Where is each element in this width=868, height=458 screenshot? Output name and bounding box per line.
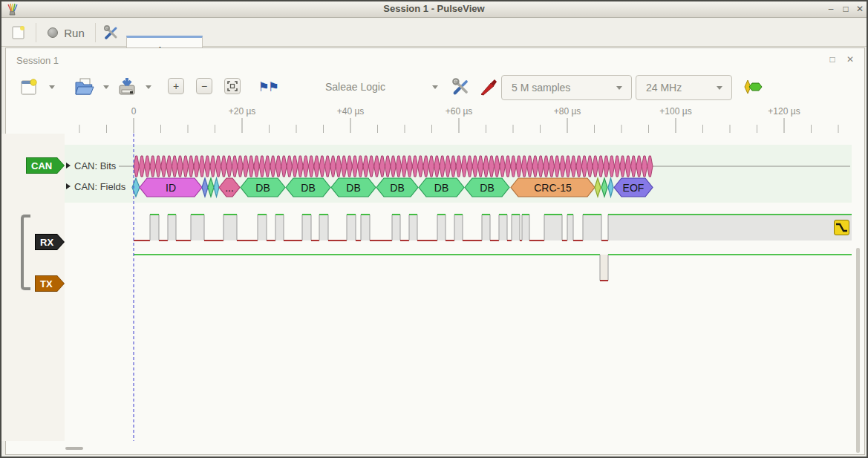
can-bit-annotation[interactable] (631, 156, 636, 177)
can-bit-annotation[interactable] (368, 156, 373, 177)
can-bit-annotation[interactable] (461, 156, 466, 177)
can-bit-annotation[interactable] (265, 156, 270, 177)
can-bit-annotation[interactable] (303, 156, 308, 177)
can-bit-annotation[interactable] (549, 156, 554, 177)
can-bit-annotation[interactable] (319, 156, 324, 177)
can-bit-annotation[interactable] (205, 156, 210, 177)
can-bit-annotation[interactable] (456, 156, 461, 177)
decoder-tag-can[interactable]: CAN (26, 157, 65, 174)
can-bit-annotation[interactable] (587, 156, 593, 177)
can-bit-annotation[interactable] (396, 156, 401, 177)
can-bit-annotation[interactable] (363, 156, 368, 177)
can-bit-annotation[interactable] (166, 156, 172, 177)
can-bit-annotation[interactable] (642, 156, 647, 177)
can-bit-annotation[interactable] (620, 156, 625, 177)
can-field-annotation[interactable] (208, 178, 214, 197)
can-bit-annotation[interactable] (194, 156, 199, 177)
channel-group-bracket[interactable] (21, 215, 30, 290)
can-bit-annotation[interactable] (527, 156, 532, 177)
can-bit-annotation[interactable] (358, 156, 363, 177)
can-bit-annotation[interactable] (139, 156, 144, 177)
can-bit-annotation[interactable] (500, 156, 505, 177)
can-bit-annotation[interactable] (614, 156, 619, 177)
can-bit-annotation[interactable] (489, 156, 494, 177)
can-bit-annotation[interactable] (428, 156, 434, 177)
can-bit-annotation[interactable] (232, 156, 237, 177)
can-bit-annotation[interactable] (379, 156, 385, 177)
can-bit-annotation[interactable] (576, 156, 581, 177)
can-bit-annotation[interactable] (330, 156, 336, 177)
can-bit-annotation[interactable] (249, 156, 254, 177)
can-bit-annotation[interactable] (511, 156, 516, 177)
can-bit-annotation[interactable] (647, 156, 653, 177)
can-bit-annotation[interactable] (423, 156, 428, 177)
decoder-row-bits-label[interactable]: CAN: Bits (74, 160, 116, 171)
can-bit-annotation[interactable] (625, 156, 630, 177)
trace-canvas[interactable]: ID...DBDBDBDBDBDBCRC-15EOF (1, 1, 868, 458)
can-bit-annotation[interactable] (402, 156, 407, 177)
can-bit-annotation[interactable] (538, 156, 543, 177)
can-bit-annotation[interactable] (391, 156, 396, 177)
vertical-scrollbar-handle[interactable] (856, 248, 860, 453)
can-bit-annotation[interactable] (189, 156, 194, 177)
can-bit-annotation[interactable] (226, 156, 232, 177)
expand-arrow-bits[interactable] (66, 163, 71, 169)
decoder-row-fields-label[interactable]: CAN: Fields (74, 181, 125, 192)
can-bit-annotation[interactable] (275, 156, 281, 177)
can-bit-annotation[interactable] (478, 156, 483, 177)
can-bit-annotation[interactable] (593, 156, 598, 177)
can-bit-annotation[interactable] (308, 156, 313, 177)
can-bit-annotation[interactable] (565, 156, 570, 177)
can-bit-annotation[interactable] (505, 156, 510, 177)
can-bit-annotation[interactable] (495, 156, 500, 177)
can-bit-annotation[interactable] (440, 156, 445, 177)
can-bit-annotation[interactable] (210, 156, 215, 177)
can-bit-annotation[interactable] (636, 156, 642, 177)
can-bit-annotation[interactable] (604, 156, 609, 177)
can-bit-annotation[interactable] (532, 156, 538, 177)
can-bit-annotation[interactable] (434, 156, 440, 177)
trigger-falling-edge-icon[interactable] (834, 220, 849, 235)
can-bit-annotation[interactable] (336, 156, 341, 177)
can-bit-annotation[interactable] (183, 156, 188, 177)
can-bit-annotation[interactable] (516, 156, 521, 177)
channel-tag-tx[interactable]: TX (35, 275, 65, 292)
can-bit-annotation[interactable] (407, 156, 412, 177)
can-bit-annotation[interactable] (243, 156, 248, 177)
can-bit-annotation[interactable] (150, 156, 155, 177)
can-field-annotation[interactable] (214, 178, 219, 197)
can-bit-annotation[interactable] (555, 156, 560, 177)
can-bit-annotation[interactable] (292, 156, 297, 177)
can-bit-annotation[interactable] (221, 156, 226, 177)
can-bit-annotation[interactable] (483, 156, 489, 177)
can-bit-annotation[interactable] (199, 156, 204, 177)
can-bit-annotation[interactable] (298, 156, 303, 177)
can-bit-annotation[interactable] (581, 156, 587, 177)
can-bit-annotation[interactable] (287, 156, 292, 177)
channel-tag-rx[interactable]: RX (35, 234, 65, 250)
can-field-annotation[interactable] (595, 178, 601, 197)
can-bit-annotation[interactable] (145, 156, 150, 177)
can-bit-annotation[interactable] (571, 156, 576, 177)
can-bit-annotation[interactable] (325, 156, 330, 177)
can-bit-annotation[interactable] (259, 156, 264, 177)
can-bit-annotation[interactable] (238, 156, 243, 177)
can-bit-annotation[interactable] (472, 156, 477, 177)
can-bit-annotation[interactable] (270, 156, 275, 177)
can-bit-annotation[interactable] (342, 156, 347, 177)
can-bit-annotation[interactable] (352, 156, 357, 177)
can-bit-annotation[interactable] (314, 156, 319, 177)
can-bit-annotation[interactable] (215, 156, 221, 177)
can-bit-annotation[interactable] (385, 156, 390, 177)
can-bit-annotation[interactable] (281, 156, 287, 177)
can-bit-annotation[interactable] (598, 156, 603, 177)
can-bit-annotation[interactable] (445, 156, 450, 177)
can-bit-annotation[interactable] (418, 156, 423, 177)
can-bit-annotation[interactable] (134, 156, 139, 177)
can-bit-annotation[interactable] (374, 156, 379, 177)
horizontal-scrollbar-handle[interactable] (65, 447, 83, 450)
can-field-annotation[interactable] (202, 178, 208, 197)
can-bit-annotation[interactable] (521, 156, 526, 177)
can-bit-annotation[interactable] (467, 156, 472, 177)
can-field-annotation[interactable] (608, 178, 613, 197)
